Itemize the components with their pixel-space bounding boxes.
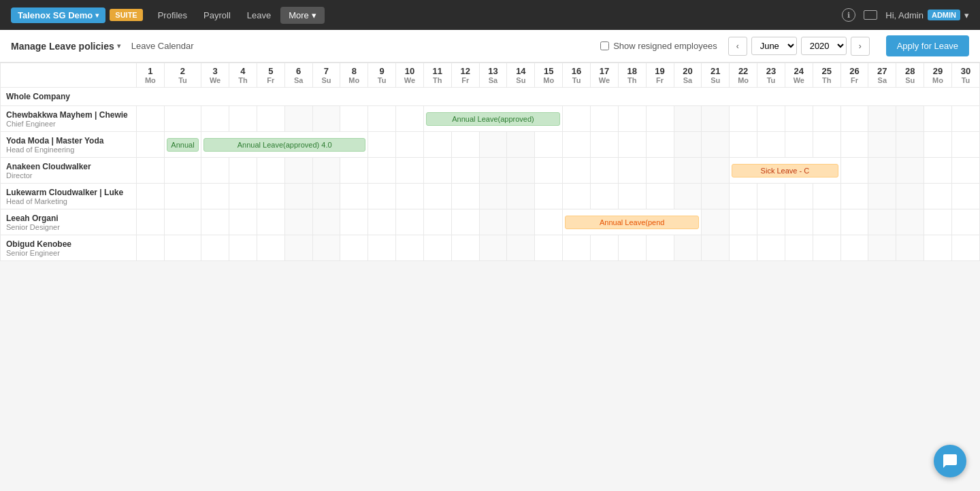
empty-cell-1-day1	[136, 132, 164, 158]
empty-cell-5-day15	[535, 235, 563, 261]
leave-block-2-day22[interactable]: Sick Leave - C	[732, 164, 838, 177]
day-header-16: 16Tu	[563, 63, 591, 88]
empty-cell-3-day2	[164, 184, 201, 209]
day-header-17: 17We	[590, 63, 618, 88]
apply-for-leave-button[interactable]: Apply for Leave	[886, 35, 969, 56]
leave-cell-1-day3[interactable]: Annual Leave(approved) 4.0	[201, 132, 368, 158]
empty-cell-2-day1	[136, 158, 164, 184]
admin-badge: ADMIN	[928, 10, 960, 20]
empty-cell-0-day9	[368, 106, 396, 132]
user-chevron[interactable]: ▾	[964, 10, 969, 20]
empty-cell-1-day21	[702, 132, 730, 158]
empty-cell-4-day8	[340, 209, 368, 235]
empty-cell-3-day29	[924, 184, 952, 209]
empty-cell-4-day28	[896, 209, 924, 235]
empty-cell-3-day20	[674, 184, 702, 209]
empty-cell-0-day2	[164, 106, 201, 132]
empty-cell-4-day10	[396, 209, 424, 235]
empty-cell-1-day28	[896, 132, 924, 158]
empty-cell-5-day24	[785, 235, 813, 261]
leave-block-0-day11[interactable]: Annual Leave(approved)	[426, 112, 560, 126]
day-header-12: 12Fr	[451, 63, 479, 88]
empty-cell-2-day10	[396, 158, 424, 184]
empty-cell-4-day11	[423, 209, 451, 235]
empty-cell-5-day5	[257, 235, 284, 261]
empty-cell-0-day6	[284, 106, 312, 132]
more-menu-button[interactable]: More ▾	[280, 7, 325, 24]
day-header-8: 8Mo	[340, 63, 368, 88]
empty-cell-4-day29	[924, 209, 952, 235]
empty-cell-3-day25	[813, 184, 840, 209]
empty-cell-3-day9	[368, 184, 396, 209]
card-icon[interactable]	[864, 10, 877, 20]
leave-block-4-day16[interactable]: Annual Leave(pend	[565, 216, 699, 229]
prev-month-button[interactable]: ‹	[728, 37, 747, 56]
empty-cell-5-day7	[312, 235, 340, 261]
empty-cell-5-day26	[840, 235, 868, 261]
nav-leave[interactable]: Leave	[240, 6, 278, 24]
empty-cell-4-day3	[201, 209, 229, 235]
show-resigned-checkbox[interactable]	[600, 41, 609, 50]
show-resigned-label: Show resigned employees	[613, 41, 717, 51]
day-header-27: 27Sa	[868, 63, 896, 88]
empty-cell-5-day2	[164, 235, 201, 261]
leave-calendar-link[interactable]: Leave Calendar	[131, 41, 194, 51]
day-header-15: 15Mo	[535, 63, 563, 88]
empty-cell-2-day28	[896, 158, 924, 184]
empty-cell-2-day4	[229, 158, 257, 184]
empty-cell-5-day11	[423, 235, 451, 261]
leave-cell-2-day22[interactable]: Sick Leave - C	[730, 158, 840, 184]
empty-cell-3-day19	[646, 184, 674, 209]
empty-cell-0-day18	[618, 106, 646, 132]
employee-row-4: Leeah OrganiSenior DesignerAnnual Leave(…	[1, 209, 980, 235]
nav-profiles[interactable]: Profiles	[151, 6, 194, 24]
nav-payroll[interactable]: Payroll	[197, 6, 238, 24]
leave-cell-1-day2[interactable]: Annual	[164, 132, 201, 158]
empty-cell-2-day6	[284, 158, 312, 184]
manage-leave-button[interactable]: Manage Leave policies ▾	[11, 41, 120, 52]
empty-cell-5-day20	[674, 235, 702, 261]
empty-cell-3-day16	[563, 184, 591, 209]
empty-cell-4-day30	[951, 209, 979, 235]
empty-cell-3-day24	[785, 184, 813, 209]
leave-cell-0-day11[interactable]: Annual Leave(approved)	[423, 106, 562, 132]
calendar-body: Whole CompanyChewbakkwa Mayhem | ChewieC…	[1, 88, 980, 261]
day-header-25: 25Th	[813, 63, 840, 88]
empty-cell-1-day20	[674, 132, 702, 158]
empty-cell-3-day15	[535, 184, 563, 209]
next-month-button[interactable]: ›	[851, 37, 870, 56]
year-select[interactable]: 2020	[801, 37, 847, 55]
leave-block-1-day2[interactable]: Annual	[167, 138, 199, 152]
leave-cell-4-day16[interactable]: Annual Leave(pend	[563, 209, 702, 235]
empty-cell-0-day4	[229, 106, 257, 132]
empty-cell-1-day26	[840, 132, 868, 158]
leave-block-1-day3[interactable]: Annual Leave(approved) 4.0	[203, 138, 365, 152]
leave-calendar-table: 1Mo2Tu3We4Th5Fr6Sa7Su8Mo9Tu10We11Th12Fr1…	[0, 63, 980, 261]
day-header-4: 4Th	[229, 63, 257, 88]
empty-cell-5-day30	[951, 235, 979, 261]
brand-button[interactable]: Talenox SG Demo ▾	[11, 7, 105, 23]
info-icon[interactable]: ℹ	[842, 8, 855, 22]
nav-right: ℹ Hi, Admin ADMIN ▾	[842, 8, 969, 22]
day-header-24: 24We	[785, 63, 813, 88]
empty-cell-4-day4	[229, 209, 257, 235]
employee-row-1: Yoda Moda | Master YodaHead of Engineeri…	[1, 132, 980, 158]
top-navigation: Talenox SG Demo ▾ SUITE Profiles Payroll…	[0, 0, 980, 30]
month-select[interactable]: June	[751, 37, 797, 55]
brand-chevron: ▾	[95, 12, 99, 19]
empty-cell-4-day7	[312, 209, 340, 235]
empty-cell-5-day18	[618, 235, 646, 261]
empty-cell-1-day24	[785, 132, 813, 158]
day-header-29: 29Mo	[924, 63, 952, 88]
day-header-26: 26Fr	[840, 63, 868, 88]
empty-cell-2-day3	[201, 158, 229, 184]
user-greeting: Hi, Admin	[885, 10, 924, 20]
empty-cell-5-day21	[702, 235, 730, 261]
empty-cell-2-day20	[674, 158, 702, 184]
empty-cell-4-day24	[785, 209, 813, 235]
empty-cell-1-day10	[396, 132, 424, 158]
empty-cell-1-day12	[451, 132, 479, 158]
empty-cell-5-day13	[479, 235, 507, 261]
empty-cell-2-day8	[340, 158, 368, 184]
empty-cell-0-day5	[257, 106, 284, 132]
